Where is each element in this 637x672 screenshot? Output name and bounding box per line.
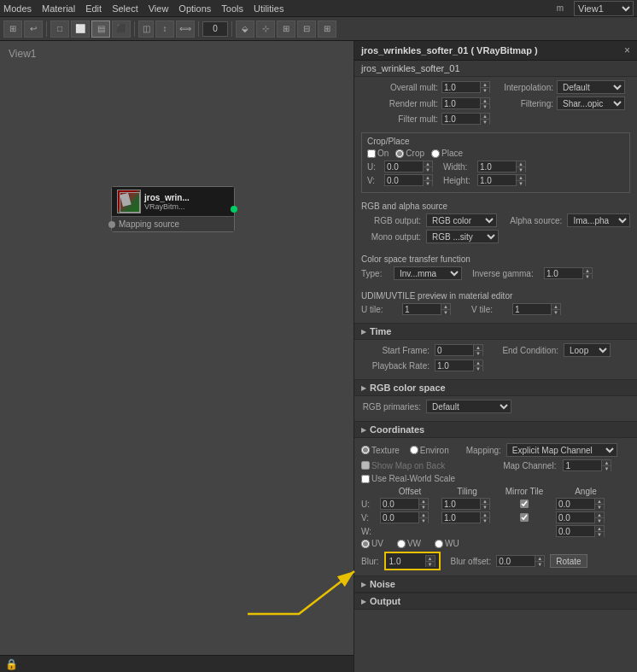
inv-gamma-down[interactable]: ▼ — [583, 274, 592, 279]
output-header[interactable]: ▶ Output — [354, 593, 637, 610]
crop-v-spinbox[interactable]: ▲ ▼ — [384, 174, 433, 186]
toolbar-btn-1[interactable]: ⊞ — [3, 20, 22, 38]
toolbar-value-input[interactable] — [202, 21, 228, 37]
overall-mult-up[interactable]: ▲ — [481, 82, 489, 88]
close-button[interactable]: × — [624, 44, 630, 56]
toolbar-btn-13[interactable]: ⊟ — [297, 20, 316, 38]
use-real-world-checkbox[interactable] — [361, 475, 370, 483]
crop-v-input[interactable] — [384, 174, 423, 186]
v-tiling-spinbox[interactable]: ▲ ▼ — [441, 511, 493, 523]
show-map-checkbox-label[interactable]: Show Map on Back — [361, 461, 445, 470]
u-angle-down[interactable]: ▼ — [595, 505, 604, 510]
width-spinbox[interactable]: ▲ ▼ — [477, 161, 526, 172]
on-checkbox-label[interactable]: On — [367, 149, 389, 158]
v-tiling-down[interactable]: ▼ — [481, 518, 489, 523]
crop-v-up[interactable]: ▲ — [424, 175, 432, 181]
vw-radio[interactable] — [397, 540, 406, 548]
blur-offset-spinbox[interactable]: ▲ ▼ — [496, 555, 545, 567]
crop-radio[interactable] — [395, 149, 404, 158]
alpha-source-dropdown[interactable]: Ima...pha — [567, 213, 630, 227]
blur-down[interactable]: ▼ — [426, 562, 435, 567]
start-frame-down[interactable]: ▼ — [474, 351, 482, 356]
mapping-dropdown[interactable]: Explicit Map Channel — [506, 443, 617, 457]
show-map-checkbox[interactable] — [361, 461, 370, 470]
v-offset-down[interactable]: ▼ — [419, 518, 428, 523]
u-offset-spinbox[interactable]: ▲ ▼ — [380, 498, 440, 510]
filter-mult-down[interactable]: ▼ — [481, 120, 489, 125]
v-tiling-input[interactable] — [441, 511, 480, 523]
w-angle-up[interactable]: ▲ — [595, 526, 604, 532]
vw-radio-label[interactable]: VW — [397, 539, 421, 548]
v-offset-input[interactable] — [380, 511, 418, 523]
coordinates-header[interactable]: ▶ Coordinates — [354, 421, 637, 438]
rgb-color-space-header[interactable]: ▶ RGB color space — [354, 379, 637, 396]
use-real-world-label[interactable]: Use Real-World Scale — [361, 474, 630, 483]
toolbar-btn-5[interactable]: ▤ — [91, 20, 110, 38]
uv-radio[interactable] — [361, 540, 370, 548]
w-angle-input[interactable] — [556, 525, 594, 537]
render-mult-input[interactable] — [441, 97, 480, 109]
v-angle-spinbox[interactable]: ▲ ▼ — [556, 511, 616, 523]
w-angle-spinbox[interactable]: ▲ ▼ — [556, 525, 616, 537]
rotate-button[interactable]: Rotate — [550, 554, 587, 568]
mono-output-dropdown[interactable]: RGB ...sity — [426, 230, 499, 243]
view-dropdown[interactable]: View1 — [574, 1, 634, 16]
menu-edit[interactable]: Edit — [85, 3, 102, 14]
menu-options[interactable]: Options — [178, 3, 211, 14]
menu-material[interactable]: Material — [42, 3, 75, 14]
crop-u-down[interactable]: ▼ — [424, 167, 432, 172]
v-offset-spinbox[interactable]: ▲ ▼ — [380, 511, 440, 523]
time-section-header[interactable]: ▶ Time — [354, 323, 637, 340]
filter-mult-up[interactable]: ▲ — [481, 114, 489, 120]
crop-u-input[interactable] — [384, 161, 423, 172]
blur-offset-up[interactable]: ▲ — [535, 556, 544, 562]
environ-radio[interactable] — [410, 446, 418, 454]
menu-view[interactable]: View — [149, 3, 169, 14]
width-up[interactable]: ▲ — [517, 161, 525, 167]
playback-input[interactable] — [435, 359, 473, 371]
u-tiling-input[interactable] — [441, 498, 480, 510]
u-tile-down[interactable]: ▼ — [441, 310, 450, 315]
blur-offset-input[interactable] — [496, 555, 535, 567]
w-angle-down[interactable]: ▼ — [595, 532, 604, 537]
blur-input-box[interactable]: ▲ ▼ — [384, 552, 441, 570]
height-down[interactable]: ▼ — [517, 181, 525, 186]
v-mirror-checkbox[interactable] — [520, 513, 529, 522]
playback-up[interactable]: ▲ — [474, 360, 482, 366]
v-tile-up[interactable]: ▲ — [552, 304, 560, 310]
map-channel-spinbox[interactable]: ▲ ▼ — [563, 459, 611, 471]
u-tile-input[interactable] — [402, 303, 441, 315]
width-down[interactable]: ▼ — [517, 167, 525, 172]
filtering-dropdown[interactable]: Shar...opic — [557, 96, 625, 110]
inv-gamma-input[interactable] — [544, 267, 582, 279]
on-checkbox[interactable] — [367, 149, 376, 158]
rgb-output-dropdown[interactable]: RGB color — [426, 213, 497, 227]
interp-dropdown[interactable]: Default — [557, 80, 625, 94]
filter-mult-input[interactable] — [441, 113, 480, 125]
v-angle-input[interactable] — [556, 511, 594, 523]
width-input[interactable] — [477, 161, 516, 172]
height-spinbox[interactable]: ▲ ▼ — [477, 174, 526, 186]
map-channel-up[interactable]: ▲ — [602, 460, 611, 466]
type-dropdown[interactable]: Inv...mma — [394, 266, 462, 280]
texture-radio-label[interactable]: Texture — [361, 446, 400, 455]
v-tile-down[interactable]: ▼ — [552, 310, 560, 315]
menu-modes[interactable]: Modes — [3, 3, 32, 14]
inv-gamma-spinbox[interactable]: ▲ ▼ — [544, 267, 593, 279]
height-up[interactable]: ▲ — [517, 175, 525, 181]
map-channel-down[interactable]: ▼ — [602, 466, 611, 471]
start-frame-spinbox[interactable]: ▲ ▼ — [435, 344, 483, 356]
start-frame-input[interactable] — [435, 344, 473, 356]
environ-radio-label[interactable]: Environ — [410, 446, 449, 455]
menu-select[interactable]: Select — [112, 3, 138, 14]
u-offset-input[interactable] — [380, 498, 418, 510]
toolbar-btn-3[interactable]: □ — [50, 20, 69, 38]
menu-utilities[interactable]: Utilities — [254, 3, 283, 14]
uv-radio-label[interactable]: UV — [361, 539, 383, 548]
toolbar-btn-2[interactable]: ↩ — [24, 20, 43, 38]
end-condition-dropdown[interactable]: Loop — [564, 343, 611, 357]
overall-mult-down[interactable]: ▼ — [481, 88, 489, 93]
render-mult-up[interactable]: ▲ — [481, 98, 489, 104]
toolbar-btn-14[interactable]: ⊞ — [318, 20, 336, 38]
u-tile-up[interactable]: ▲ — [441, 304, 450, 310]
